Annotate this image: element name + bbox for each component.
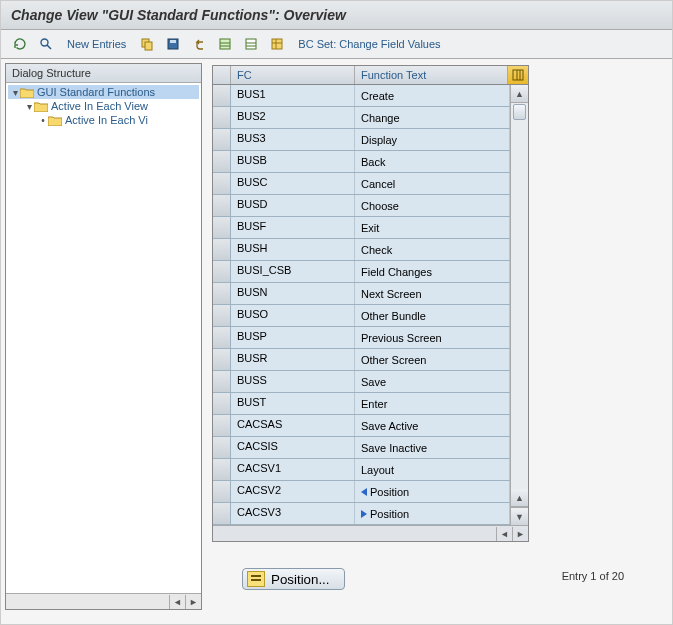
table-row[interactable]: CACSV3Position — [213, 503, 510, 525]
row-selector[interactable] — [213, 239, 231, 260]
cell-fc[interactable]: CACSAS — [231, 415, 355, 436]
row-selector[interactable] — [213, 195, 231, 216]
row-selector[interactable] — [213, 503, 231, 524]
cell-fc[interactable]: BUSN — [231, 283, 355, 304]
row-selector[interactable] — [213, 481, 231, 502]
cell-fc[interactable]: BUSD — [231, 195, 355, 216]
cell-fc[interactable]: BUSB — [231, 151, 355, 172]
row-selector[interactable] — [213, 151, 231, 172]
select-all-icon[interactable] — [214, 34, 236, 54]
grid-select-column[interactable] — [213, 66, 231, 84]
column-header-fc[interactable]: FC — [231, 66, 355, 84]
row-selector[interactable] — [213, 393, 231, 414]
row-selector[interactable] — [213, 173, 231, 194]
table-row[interactable]: BUSOOther Bundle — [213, 305, 510, 327]
cell-fc[interactable]: BUSF — [231, 217, 355, 238]
cell-function-text[interactable]: Change — [355, 107, 510, 128]
row-selector[interactable] — [213, 129, 231, 150]
row-selector[interactable] — [213, 217, 231, 238]
save-icon[interactable] — [162, 34, 184, 54]
table-row[interactable]: BUSTEnter — [213, 393, 510, 415]
scroll-right-icon[interactable]: ► — [185, 595, 201, 609]
cell-fc[interactable]: BUS1 — [231, 85, 355, 106]
cell-function-text[interactable]: Back — [355, 151, 510, 172]
cell-fc[interactable]: BUSS — [231, 371, 355, 392]
cell-function-text[interactable]: Other Screen — [355, 349, 510, 370]
cell-function-text[interactable]: Exit — [355, 217, 510, 238]
grid-horizontal-scrollbar[interactable]: ◄ ► — [213, 525, 528, 541]
table-row[interactable]: BUS1Create — [213, 85, 510, 107]
cell-function-text[interactable]: Field Changes — [355, 261, 510, 282]
tree-toggle-icon[interactable]: • — [38, 115, 48, 126]
table-row[interactable]: BUSCCancel — [213, 173, 510, 195]
table-row[interactable]: BUS2Change — [213, 107, 510, 129]
table-row[interactable]: BUS3Display — [213, 129, 510, 151]
cell-function-text[interactable]: Cancel — [355, 173, 510, 194]
cell-fc[interactable]: BUST — [231, 393, 355, 414]
table-row[interactable]: CACSISSave Inactive — [213, 437, 510, 459]
cell-fc[interactable]: CACSV1 — [231, 459, 355, 480]
cell-function-text[interactable]: Save Active — [355, 415, 510, 436]
cell-function-text[interactable]: Previous Screen — [355, 327, 510, 348]
other-view-icon[interactable] — [9, 34, 31, 54]
scrollbar-thumb[interactable] — [513, 104, 526, 120]
tree-node[interactable]: •Active In Each Vi — [8, 113, 199, 127]
find-icon[interactable] — [35, 34, 57, 54]
cell-fc[interactable]: BUS3 — [231, 129, 355, 150]
row-selector[interactable] — [213, 327, 231, 348]
table-row[interactable]: BUSHCheck — [213, 239, 510, 261]
cell-fc[interactable]: BUS2 — [231, 107, 355, 128]
configure-columns-icon[interactable] — [508, 66, 528, 84]
cell-function-text[interactable]: Position — [355, 503, 510, 524]
table-row[interactable]: BUSPPrevious Screen — [213, 327, 510, 349]
table-row[interactable]: BUSDChoose — [213, 195, 510, 217]
undo-icon[interactable] — [188, 34, 210, 54]
table-row[interactable]: BUSBBack — [213, 151, 510, 173]
copy-icon[interactable] — [136, 34, 158, 54]
row-selector[interactable] — [213, 415, 231, 436]
scroll-right-icon[interactable]: ► — [512, 527, 528, 541]
cell-function-text[interactable]: Enter — [355, 393, 510, 414]
grid-vertical-scrollbar[interactable]: ▲ ▲ ▼ — [510, 85, 528, 525]
table-settings-icon[interactable] — [266, 34, 288, 54]
scroll-up-page-icon[interactable]: ▲ — [511, 489, 528, 507]
scroll-down-icon[interactable]: ▼ — [511, 507, 528, 525]
cell-function-text[interactable]: Choose — [355, 195, 510, 216]
tree-toggle-icon[interactable]: ▾ — [10, 87, 20, 98]
table-row[interactable]: BUSFExit — [213, 217, 510, 239]
row-selector[interactable] — [213, 371, 231, 392]
cell-fc[interactable]: CACSV3 — [231, 503, 355, 524]
cell-function-text[interactable]: Check — [355, 239, 510, 260]
cell-fc[interactable]: BUSH — [231, 239, 355, 260]
row-selector[interactable] — [213, 459, 231, 480]
cell-function-text[interactable]: Position — [355, 481, 510, 502]
cell-fc[interactable]: BUSP — [231, 327, 355, 348]
tree-toggle-icon[interactable]: ▾ — [24, 101, 34, 112]
bc-set-button[interactable]: BC Set: Change Field Values — [292, 36, 446, 52]
table-row[interactable]: BUSNNext Screen — [213, 283, 510, 305]
table-row[interactable]: BUSI_CSBField Changes — [213, 261, 510, 283]
table-row[interactable]: CACSASSave Active — [213, 415, 510, 437]
table-row[interactable]: BUSSSave — [213, 371, 510, 393]
tree-node[interactable]: ▾GUI Standard Functions — [8, 85, 199, 99]
scroll-left-icon[interactable]: ◄ — [169, 595, 185, 609]
table-row[interactable]: CACSV1Layout — [213, 459, 510, 481]
scrollbar-track[interactable] — [511, 103, 528, 489]
column-header-function-text[interactable]: Function Text — [355, 66, 508, 84]
table-row[interactable]: CACSV2Position — [213, 481, 510, 503]
row-selector[interactable] — [213, 283, 231, 304]
cell-function-text[interactable]: Other Bundle — [355, 305, 510, 326]
tree-horizontal-scrollbar[interactable]: ◄ ► — [6, 593, 201, 609]
row-selector[interactable] — [213, 107, 231, 128]
dialog-structure-tree[interactable]: ▾GUI Standard Functions▾Active In Each V… — [6, 83, 201, 593]
cell-fc[interactable]: BUSI_CSB — [231, 261, 355, 282]
row-selector[interactable] — [213, 437, 231, 458]
cell-function-text[interactable]: Save — [355, 371, 510, 392]
row-selector[interactable] — [213, 85, 231, 106]
row-selector[interactable] — [213, 305, 231, 326]
table-row[interactable]: BUSROther Screen — [213, 349, 510, 371]
scroll-left-icon[interactable]: ◄ — [496, 527, 512, 541]
cell-fc[interactable]: BUSR — [231, 349, 355, 370]
new-entries-button[interactable]: New Entries — [61, 36, 132, 52]
position-button[interactable]: Position... — [242, 568, 345, 590]
